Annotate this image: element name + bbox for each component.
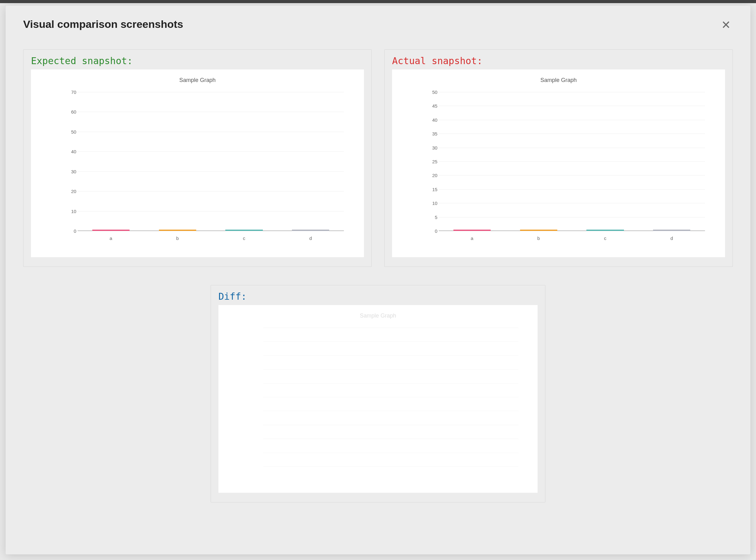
y-tick: 10 xyxy=(64,208,76,214)
modal-header: Visual comparison screenshots ✕ xyxy=(23,18,733,32)
diff-label: Diff: xyxy=(218,291,538,302)
y-tick: 70 xyxy=(64,89,76,95)
y-tick: 30 xyxy=(425,145,437,150)
diff-chart-title: Sample Graph xyxy=(218,313,538,319)
x-label: a xyxy=(110,236,112,241)
actual-chart-image: Sample Graph 05101520253035404550abcd xyxy=(392,69,725,257)
diff-panel-row: Diff: Sample Graph xyxy=(23,285,733,502)
bar-a xyxy=(92,229,130,231)
expected-snapshot-panel: Expected snapshot: Sample Graph 01020304… xyxy=(23,49,372,267)
modal-title: Visual comparison screenshots xyxy=(23,18,183,31)
actual-snapshot-label: Actual snapshot: xyxy=(392,55,725,66)
y-tick: 30 xyxy=(64,168,76,174)
expected-snapshot-label: Expected snapshot: xyxy=(31,55,364,66)
x-label: b xyxy=(537,236,540,241)
y-tick: 50 xyxy=(64,129,76,134)
actual-snapshot-panel: Actual snapshot: Sample Graph 0510152025… xyxy=(384,49,733,267)
actual-chart-title: Sample Graph xyxy=(392,77,725,83)
diff-chart-plot xyxy=(263,327,518,466)
window-titlebar xyxy=(0,0,756,3)
y-tick: 35 xyxy=(425,131,437,136)
bar-b xyxy=(520,229,557,231)
y-tick: 60 xyxy=(64,109,76,115)
y-tick: 5 xyxy=(425,214,437,220)
y-tick: 0 xyxy=(64,228,76,234)
expected-chart-image: Sample Graph 010203040506070abcd xyxy=(31,69,364,257)
bar-d xyxy=(292,229,329,231)
bar-d xyxy=(653,229,690,231)
expected-chart-title: Sample Graph xyxy=(31,77,364,83)
x-label: b xyxy=(176,236,179,241)
visual-comparison-modal: Visual comparison screenshots ✕ Expected… xyxy=(6,6,750,554)
x-label: c xyxy=(604,236,606,241)
diff-panel: Diff: Sample Graph xyxy=(211,285,545,502)
bar-c xyxy=(586,229,624,231)
close-icon: ✕ xyxy=(721,18,731,31)
actual-chart-plot: 05101520253035404550abcd xyxy=(439,92,705,231)
y-tick: 20 xyxy=(64,189,76,194)
y-tick: 10 xyxy=(425,201,437,206)
x-label: d xyxy=(671,236,673,241)
bar-c xyxy=(225,229,262,231)
bar-b xyxy=(159,229,196,231)
diff-chart-image: Sample Graph xyxy=(218,305,538,493)
y-tick: 50 xyxy=(425,89,437,95)
y-tick: 15 xyxy=(425,186,437,192)
close-button[interactable]: ✕ xyxy=(719,18,733,32)
y-tick: 25 xyxy=(425,159,437,164)
y-tick: 0 xyxy=(425,228,437,234)
expected-chart-plot: 010203040506070abcd xyxy=(78,92,344,231)
snapshot-panels-row: Expected snapshot: Sample Graph 01020304… xyxy=(23,49,733,267)
y-tick: 40 xyxy=(64,149,76,154)
bar-a xyxy=(453,229,491,231)
x-label: a xyxy=(471,236,473,241)
y-tick: 45 xyxy=(425,103,437,108)
y-tick: 40 xyxy=(425,117,437,122)
x-label: c xyxy=(243,236,245,241)
y-tick: 20 xyxy=(425,173,437,178)
x-label: d xyxy=(310,236,312,241)
